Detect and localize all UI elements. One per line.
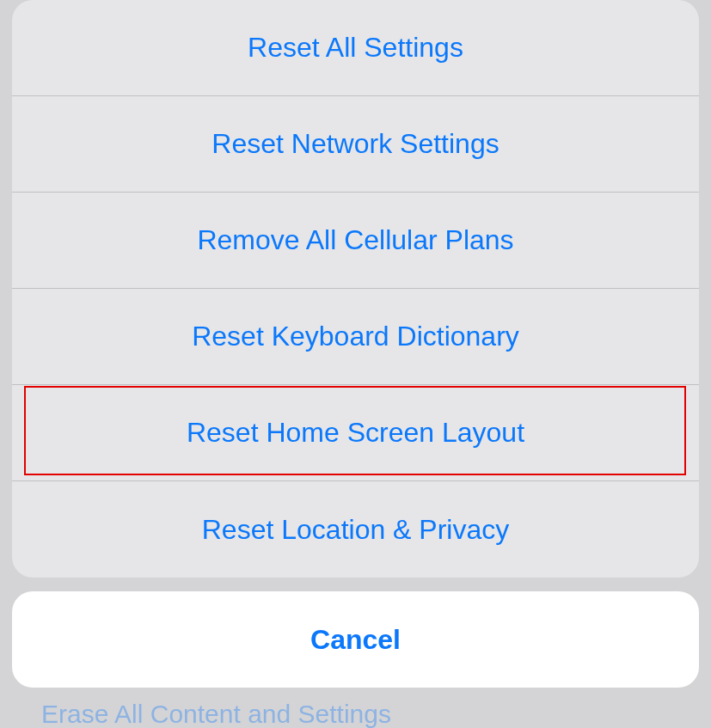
action-item-label: Reset Location & Privacy [202, 514, 510, 546]
action-item-label: Reset All Settings [248, 32, 463, 64]
background-obscured-text: Erase All Content and Settings [41, 700, 402, 728]
action-item-label: Reset Home Screen Layout [187, 417, 524, 449]
action-item-label: Reset Network Settings [211, 128, 499, 160]
cancel-label: Cancel [310, 624, 401, 656]
reset-action-sheet: Reset All Settings Reset Network Setting… [12, 0, 699, 578]
reset-home-screen-layout-button[interactable]: Reset Home Screen Layout [12, 385, 699, 481]
cancel-button[interactable]: Cancel [12, 591, 699, 688]
reset-network-settings-button[interactable]: Reset Network Settings [12, 96, 699, 193]
reset-keyboard-dictionary-button[interactable]: Reset Keyboard Dictionary [12, 289, 699, 385]
reset-all-settings-button[interactable]: Reset All Settings [12, 0, 699, 96]
action-item-label: Reset Keyboard Dictionary [192, 321, 519, 352]
remove-all-cellular-plans-button[interactable]: Remove All Cellular Plans [12, 193, 699, 289]
reset-location-privacy-button[interactable]: Reset Location & Privacy [12, 481, 699, 578]
action-item-label: Remove All Cellular Plans [197, 224, 513, 256]
